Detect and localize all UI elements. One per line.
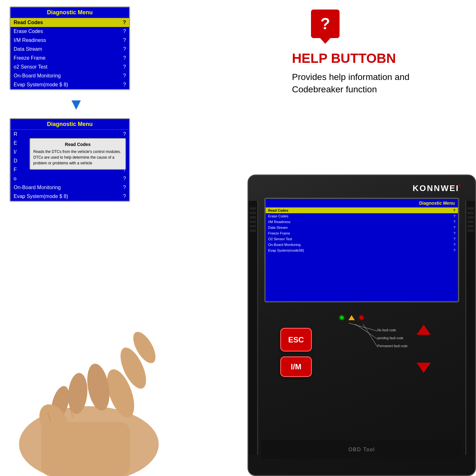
brand-registered: ® xyxy=(458,183,461,188)
help-icon: ? xyxy=(311,10,340,38)
red-led xyxy=(360,316,363,320)
bottom-diagnostic-screen: Diagnostic Menu R? E? I/? D? F? o? On-Bo… xyxy=(10,118,130,202)
left-panel: Diagnostic Menu Read Codes?Erase Codes?I… xyxy=(10,6,143,202)
device-screen-item-1: Erase Codes? xyxy=(266,213,458,219)
top-diagnostic-screen: Diagnostic Menu Read Codes?Erase Codes?I… xyxy=(10,6,130,90)
help-title: HELP BUTTOBN xyxy=(292,51,451,66)
right-panel: ? HELP BUTTOBN Provides help information… xyxy=(292,10,451,96)
top-menu-item-0[interactable]: Read Codes? xyxy=(10,18,129,27)
top-menu-item-1[interactable]: Erase Codes? xyxy=(10,27,129,36)
control-panel: No fault code pending fault code Permane… xyxy=(261,312,462,375)
bottom-item-6: o? xyxy=(10,174,129,183)
tool-label: OBD Tool xyxy=(348,447,375,453)
device-screen-item-5: O2 Sensor Test? xyxy=(266,236,458,242)
top-menu-item-2[interactable]: I/M Readiness? xyxy=(10,36,129,45)
down-arrow-button[interactable] xyxy=(417,363,431,373)
down-arrow: ▼ xyxy=(10,95,143,113)
bottom-item-7: On-Board Monitoring ? xyxy=(10,183,129,192)
esc-button[interactable]: ESC xyxy=(280,328,312,352)
device-screen-header: Diagnostic Menu xyxy=(266,199,458,208)
hand-svg xyxy=(0,286,222,476)
help-tooltip: Read Codes Reads the DTCs from the vehic… xyxy=(30,138,126,170)
indicator-lines: No fault code pending fault code Permane… xyxy=(346,321,393,347)
help-question-mark: ? xyxy=(321,16,330,32)
up-arrow-button[interactable] xyxy=(417,325,431,335)
warning-triangle xyxy=(348,315,355,320)
top-menu-item-5[interactable]: o2 Sensor Test? xyxy=(10,63,129,71)
bottom-screen-header: Diagnostic Menu xyxy=(10,119,129,130)
im-button[interactable]: I/M xyxy=(280,356,312,377)
tooltip-title: Read Codes xyxy=(33,142,122,147)
help-icon-container: ? xyxy=(292,10,451,38)
device-area: KONNWEI ® Diagnostic Menu Read Codes?Era… xyxy=(222,175,476,476)
top-menu-item-3[interactable]: Data Stream? xyxy=(10,45,129,54)
top-screen-header: Diagnostic Menu xyxy=(10,7,129,18)
device-screen-item-3: Data Stream? xyxy=(266,225,458,230)
bottom-label: OBD Tool xyxy=(261,440,462,459)
bottom-item-1: R? xyxy=(10,130,129,139)
svg-rect-11 xyxy=(41,422,130,476)
green-led xyxy=(340,316,344,320)
top-menu-item-7[interactable]: Evap System(mode $ 8)? xyxy=(10,80,129,89)
svg-line-1 xyxy=(355,324,377,339)
hand-area xyxy=(0,286,222,476)
device-body: KONNWEI ® Diagnostic Menu Read Codes?Era… xyxy=(248,175,476,476)
device-screen-item-7: Evap System(modeS8)? xyxy=(266,248,458,253)
svg-point-7 xyxy=(84,362,113,412)
no-fault-label: No fault code xyxy=(377,328,396,332)
top-menu-item-4[interactable]: Freeze Frame? xyxy=(10,54,129,63)
tooltip-text: Reads the DTCs from the vehicle's contro… xyxy=(33,149,122,166)
svg-line-2 xyxy=(363,324,377,347)
device-screen-item-4: Freeze Frame? xyxy=(266,230,458,236)
bottom-item-8: Evap System(mode $ 8) ? xyxy=(10,192,129,201)
device-screen-item-0: Read Codes? xyxy=(266,208,458,213)
right-grip xyxy=(466,201,475,455)
pending-fault-label: pending fault code xyxy=(377,336,403,340)
device-screen-item-2: I/M Readiness? xyxy=(266,219,458,225)
device-lcd-screen: Diagnostic Menu Read Codes?Erase Codes?I… xyxy=(264,198,459,302)
led-indicators xyxy=(340,315,363,320)
help-description: Provides help information and Codebreake… xyxy=(292,71,451,96)
brand-logo: KONNWEI xyxy=(413,183,459,193)
left-grip xyxy=(248,201,258,455)
top-menu-item-6[interactable]: On-Board Monitoring? xyxy=(10,71,129,80)
permanent-fault-label: Permanent fault code xyxy=(377,344,407,348)
device-screen-item-6: On-Board Monitoring? xyxy=(266,242,458,248)
